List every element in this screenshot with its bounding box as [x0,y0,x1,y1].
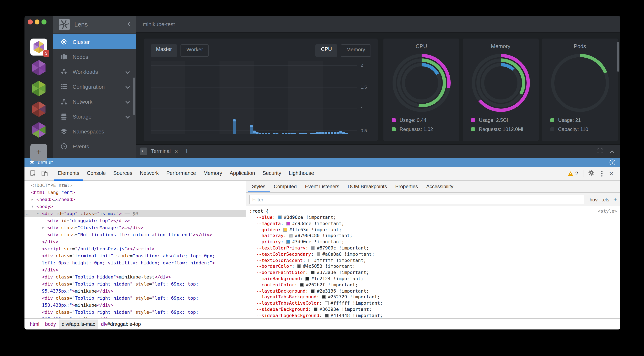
expand-closed-icon[interactable]: ▸ [42,224,44,231]
sidebar-item-events[interactable]: Events [53,139,136,154]
color-swatch[interactable] [311,289,315,293]
sidebar-item-configuration[interactable]: Configuration [53,79,136,94]
color-swatch[interactable] [325,314,328,318]
devtools-tab-network[interactable]: Network [136,167,163,180]
css-variable-row[interactable]: --primary: #3d90ce !important; [246,239,620,245]
sidebar-item-namespaces[interactable]: Namespaces [53,124,136,139]
dom-tree-node[interactable]: 205.438px;">minikube</div> [24,316,246,318]
minimize-window-button[interactable] [35,19,40,24]
breadcrumb-item[interactable]: html [27,320,42,329]
dom-tree-node[interactable]: </div> [24,238,246,245]
css-variable-row[interactable]: --borderColor: #4c5053 !important; [246,264,620,270]
css-variable-row[interactable]: --borderFaintColor: #373a3e !important; [246,270,620,276]
color-swatch[interactable] [314,308,318,311]
settings-gear-icon[interactable] [585,170,598,177]
sidebar-item-workloads[interactable]: Workloads [53,64,136,79]
sidebar-item-network[interactable]: Network [53,94,136,109]
css-variable-row[interactable]: --layoutBackground: #2e3136 !important; [246,288,620,294]
dom-tree-node[interactable]: <div class="Notifications flex column al… [24,231,246,238]
zoom-window-button[interactable] [42,19,46,24]
devtools-tab-elements[interactable]: Elements [54,167,83,180]
dom-tree-node[interactable]: ▾…<div id="app" class="is-mac"> == $0 [24,210,246,217]
expand-open-icon[interactable]: ▾ [32,203,34,210]
css-variable-row[interactable]: --golden: #ffc63d !important; [246,227,620,233]
css-variable-row[interactable]: --layoutTabsBackground: #252729 !importa… [246,294,620,301]
breadcrumb-item[interactable]: div#app.is-mac [59,320,98,329]
css-variable-row[interactable]: --blue: #3d90ce !important; [246,215,620,221]
dom-tree-node[interactable]: ▾<body> [24,203,246,210]
dom-tree-node[interactable]: <div class="terminal-init" style="positi… [24,252,246,259]
terminal-tab-label[interactable]: Terminal [151,148,171,154]
dom-tree-node[interactable]: <!DOCTYPE html> [24,182,246,189]
dom-tree-node[interactable]: </div> [24,266,246,274]
dom-tree-node[interactable]: <div class="Tooltip right hidden" style=… [24,281,246,288]
color-swatch[interactable] [311,271,315,274]
color-swatch[interactable] [286,222,290,225]
sidebar-item-nodes[interactable]: Nodes [53,49,136,64]
css-variable-row[interactable]: --sidebarBackground: #36393e !important; [246,307,620,313]
css-variable-row[interactable]: --magenta: #c93dce !important; [246,221,620,227]
cluster-tile[interactable]: 3 [30,38,47,55]
toggle-classes-button[interactable]: .cls [602,197,609,202]
devtools-tab-lighthouse[interactable]: Lighthouse [285,167,318,180]
node-tab-worker-button[interactable]: Worker [180,44,209,57]
dom-tree-node[interactable]: ▸<head>…</head> [24,196,246,203]
styles-tab-computed[interactable]: Computed [270,181,301,192]
node-tab-master-button[interactable]: Master [151,44,177,57]
dom-tree-node[interactable]: <div id="draggable-top"></div> [24,217,246,224]
sidebar-collapse-button[interactable] [127,20,131,28]
dom-tree-node[interactable]: <div class="Tooltip right hidden" style=… [24,309,246,316]
rule-source-link[interactable]: <style> [598,208,617,215]
devtools-tab-memory[interactable]: Memory [200,167,226,180]
more-options-icon[interactable] [598,171,606,176]
breadcrumb-item[interactable]: div#draggable-top [98,320,144,329]
expand-open-icon[interactable]: ▾ [37,210,39,217]
devtools-tab-performance[interactable]: Performance [162,167,200,180]
terminal-close-button[interactable]: × [175,148,178,154]
cluster-tile[interactable] [30,121,47,138]
toggle-hover-state-button[interactable]: :hov [588,197,598,202]
css-variable-row[interactable]: --layoutTabsActiveColor: #ffffff !import… [246,301,620,307]
css-variable-row[interactable]: --contentColor: #262b2f !important; [246,282,620,288]
devtools-close-icon[interactable]: ✕ [606,170,616,177]
color-swatch[interactable] [278,215,282,219]
inspect-element-icon[interactable] [27,168,38,179]
color-swatch[interactable] [284,228,287,231]
css-variable-row[interactable]: --textColorAccent: #ffffff !important; [246,258,620,264]
styles-tab-event-listeners[interactable]: Event Listeners [301,181,343,192]
terminal-add-button[interactable]: + [185,147,189,156]
device-toolbar-icon[interactable] [38,168,50,179]
expand-closed-icon[interactable]: ▸ [32,196,34,203]
dom-tree-node[interactable]: <script src="/build/LensDev.js"></script… [24,245,246,252]
cluster-tile[interactable] [30,80,47,97]
add-cluster-button[interactable]: + [30,144,47,161]
styles-tab-dom-breakpoints[interactable]: DOM Breakpoints [344,181,391,192]
dom-tree-node[interactable]: 95.4375px;">minikube</div> [24,288,246,295]
cluster-tile[interactable] [30,59,47,76]
css-variable-row[interactable]: --halfGray: #87909c80 !important; [246,233,620,239]
dom-tree-node[interactable]: <div class="Tooltip hidden">minikube-tes… [24,274,246,281]
rule-selector[interactable]: :root { [250,208,269,215]
dom-tree-node[interactable]: 150.438px;">minikube</div> [24,302,246,309]
color-swatch[interactable] [289,234,293,238]
css-variable-row[interactable]: --textColorSecondary: #a0a0a0 !important… [246,252,620,258]
styles-tab-properties[interactable]: Properties [391,181,422,192]
breadcrumb-item[interactable]: body [42,320,59,329]
devtools-tab-security[interactable]: Security [259,167,285,180]
console-warnings-badge[interactable]: 2 [564,171,582,176]
color-swatch[interactable] [311,246,315,250]
new-style-rule-button[interactable]: + [613,196,617,203]
help-button[interactable]: ? [610,159,615,165]
terminal-collapse-button[interactable] [610,148,614,155]
color-swatch[interactable] [322,295,326,299]
css-variable-row[interactable]: --sidebarLogoBackground: #414448 !import… [246,313,620,319]
sidebar-scrollbar[interactable] [133,77,135,115]
devtools-tab-console[interactable]: Console [83,167,110,180]
color-swatch[interactable] [300,283,304,287]
css-variable-row[interactable]: --textColorPrimary: #87909c !important; [246,245,620,252]
color-swatch[interactable] [286,240,290,244]
color-swatch[interactable] [316,252,320,256]
dom-tree-node[interactable]: <div class="Tooltip right hidden" style=… [24,295,246,302]
metric-tab-cpu-button[interactable]: CPU [316,44,337,57]
color-swatch[interactable] [325,301,328,305]
